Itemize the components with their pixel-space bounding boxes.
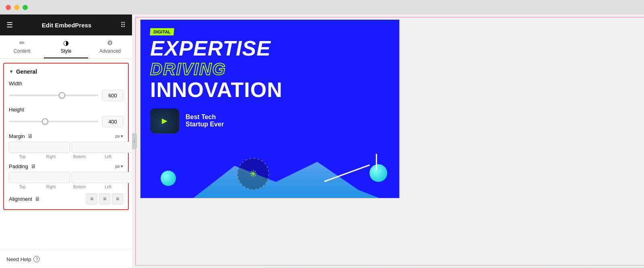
alignment-monitor-icon: 🖥 (35, 196, 40, 202)
panel-header: ☰ Edit EmbedPress ⠿ (0, 14, 132, 35)
margin-unit[interactable]: px ▾ (115, 134, 123, 139)
tab-content[interactable]: ✏ Content (0, 35, 44, 58)
tab-style[interactable]: ◑ Style (44, 35, 88, 58)
width-slider-row: 600 (9, 90, 123, 101)
panel-title: Edit EmbedPress (42, 22, 91, 29)
startup-card: Best TechStartup Ever (150, 108, 390, 133)
embed-preview: DIGITAL EXPERTISE DRIVING INNOVATION Bes… (140, 19, 400, 198)
style-tab-label: Style (61, 48, 72, 54)
startup-thumbnail (150, 108, 179, 133)
stamp-circle: ✳ (237, 158, 269, 190)
style-tab-icon: ◑ (63, 39, 69, 47)
align-center-button[interactable]: ≡ (99, 193, 110, 204)
ball-left-decoration (161, 171, 176, 186)
margin-right-label: Right (37, 155, 64, 159)
alignment-buttons: ≡ ≡ ≡ (86, 193, 123, 204)
padding-top-input[interactable] (9, 172, 70, 183)
section-title: General (16, 68, 37, 75)
align-right-button[interactable]: ≡ (112, 193, 123, 204)
stamp-star: ✳ (249, 168, 257, 179)
margin-right-input[interactable] (72, 142, 132, 153)
app-layout: ☰ Edit EmbedPress ⠿ ✏ Content ◑ Style ⚙ … (0, 14, 644, 268)
margin-left-label: Left (95, 155, 122, 159)
mountain-decoration (173, 158, 379, 198)
width-value: 600 (102, 90, 123, 101)
alignment-row: Alignment 🖥 ≡ ≡ ≡ (9, 193, 123, 204)
grid-icon[interactable]: ⠿ (120, 21, 126, 29)
ball-right-decoration (369, 164, 387, 182)
advanced-tab-label: Advanced (99, 48, 121, 54)
margin-label: Margin (9, 133, 25, 139)
minimize-button[interactable] (14, 5, 19, 10)
height-slider-row: 400 (9, 116, 123, 127)
monitor-icon: 🖥 (27, 133, 33, 139)
close-button[interactable] (6, 5, 11, 10)
width-label: Width (9, 80, 123, 87)
headline-innovation: INNOVATION (150, 78, 390, 101)
width-slider[interactable] (9, 95, 98, 96)
titlebar (0, 0, 644, 14)
canvas: DIGITAL EXPERTISE DRIVING INNOVATION Bes… (132, 14, 644, 268)
margin-input-labels: Top Right Bottom Left (9, 155, 123, 159)
headline-driving: DRIVING (150, 60, 390, 78)
chevron-down-icon: ▼ (9, 69, 14, 74)
padding-right-label: Right (37, 185, 64, 189)
padding-inputs: 🔗 (9, 172, 123, 183)
content-tab-icon: ✏ (19, 39, 25, 47)
decorations: ✳ (140, 146, 399, 198)
height-label: Height (9, 107, 123, 113)
height-slider[interactable] (9, 121, 98, 122)
content-tab-label: Content (14, 48, 31, 54)
margin-top-input[interactable] (9, 142, 70, 153)
margin-inputs: 🔗 (9, 142, 123, 153)
help-circle-icon: ? (33, 256, 40, 262)
margin-top-label: Top (9, 155, 36, 159)
need-help-label: Need Help (6, 256, 31, 262)
headline-expertise: EXPERTISE (150, 37, 390, 60)
padding-label: Padding (9, 163, 28, 169)
right-panel: ‹ DIGITAL EXPERTISE DRIVING INNOVATION (132, 14, 644, 268)
tabs-bar: ✏ Content ◑ Style ⚙ Advanced (0, 35, 132, 59)
digital-badge: DIGITAL (150, 28, 174, 35)
startup-text: Best TechStartup Ever (186, 113, 224, 128)
left-panel: ☰ Edit EmbedPress ⠿ ✏ Content ◑ Style ⚙ … (0, 14, 132, 268)
tab-advanced[interactable]: ⚙ Advanced (88, 35, 132, 58)
maximize-button[interactable] (23, 5, 28, 10)
height-value: 400 (102, 116, 123, 127)
hamburger-icon[interactable]: ☰ (6, 21, 13, 29)
margin-bottom-label: Bottom (66, 155, 93, 159)
panel-content: ▼ General Width 600 Height 400 (0, 59, 132, 250)
panel-footer: Need Help ? (0, 250, 132, 268)
padding-right-input[interactable] (72, 172, 132, 183)
need-help-link[interactable]: Need Help ? (6, 256, 126, 262)
align-left-button[interactable]: ≡ (86, 193, 97, 204)
advanced-tab-icon: ⚙ (107, 39, 113, 47)
padding-row: Padding 🖥 px ▾ (9, 163, 123, 169)
margin-row: Margin 🖥 px ▾ (9, 133, 123, 139)
padding-left-label: Left (95, 185, 122, 189)
collapse-handle[interactable]: ‹ (132, 133, 137, 149)
section-header[interactable]: ▼ General (9, 68, 123, 75)
general-section: ▼ General Width 600 Height 400 (3, 63, 129, 210)
alignment-label: Alignment (9, 196, 32, 202)
padding-unit[interactable]: px ▾ (115, 164, 123, 169)
padding-bottom-label: Bottom (66, 185, 93, 189)
padding-top-label: Top (9, 185, 36, 189)
padding-input-labels: Top Right Bottom Left (9, 185, 123, 189)
padding-monitor-icon: 🖥 (31, 163, 36, 169)
